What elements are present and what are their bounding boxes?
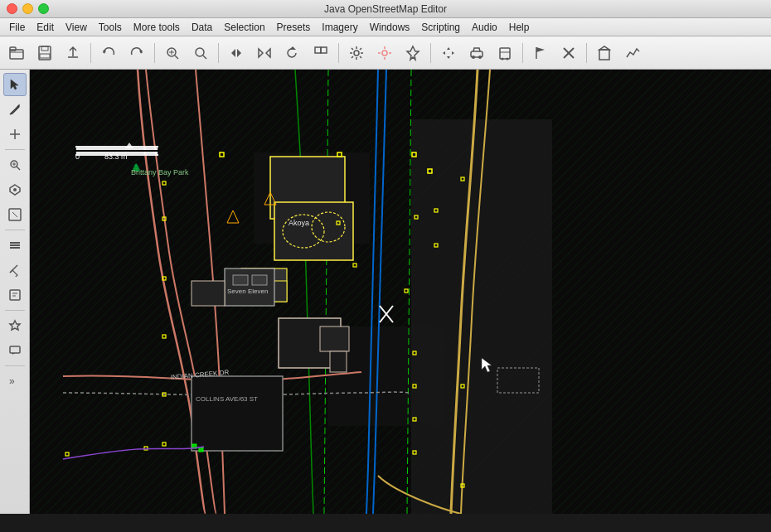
svg-rect-41	[10, 242, 20, 244]
redo-button[interactable]	[124, 41, 150, 65]
left-sep-2	[5, 230, 25, 230]
menu-tools[interactable]: Tools	[93, 20, 128, 35]
svg-point-11	[196, 48, 204, 56]
svg-marker-48	[10, 321, 20, 330]
svg-point-23	[502, 57, 504, 60]
svg-rect-70	[330, 351, 347, 372]
svg-point-38	[13, 188, 17, 191]
svg-rect-66	[233, 275, 248, 285]
zoom-fit-button[interactable]	[159, 41, 186, 65]
toolbar-sep-3	[218, 43, 219, 63]
svg-rect-28	[599, 50, 609, 60]
toolbar-sep-7	[586, 43, 587, 63]
ruler-button[interactable]	[3, 259, 27, 282]
tags-button[interactable]	[3, 283, 27, 307]
svg-line-34	[17, 167, 20, 170]
menu-file[interactable]: File	[3, 20, 31, 35]
menu-data[interactable]: Data	[186, 20, 218, 35]
upload-button[interactable]	[60, 41, 86, 65]
minimize-button[interactable]	[22, 3, 33, 14]
left-toolbar: »	[0, 70, 30, 514]
menu-help[interactable]: Help	[503, 20, 536, 35]
main-toolbar	[0, 36, 771, 70]
svg-point-17	[382, 51, 387, 56]
svg-rect-21	[500, 48, 510, 59]
more-tools-button[interactable]: »	[3, 370, 27, 393]
left-sep-1	[5, 149, 25, 150]
pin-button[interactable]	[400, 41, 426, 65]
map-svg: 🌲 Brittany Bay Park Akoya Seven Eleven I…	[30, 70, 771, 514]
settings-button[interactable]	[343, 41, 370, 65]
split-button[interactable]	[223, 41, 250, 65]
flag-button[interactable]	[527, 41, 554, 65]
svg-rect-69	[320, 326, 349, 351]
config-button[interactable]	[371, 41, 398, 65]
left-sep-3	[5, 310, 25, 311]
svg-text:Brittany Bay Park: Brittany Bay Park	[131, 168, 189, 177]
svg-text:Seven Eleven: Seven Eleven	[227, 288, 268, 295]
titlebar: Java OpenStreetMap Editor	[0, 0, 771, 18]
svg-point-20	[478, 56, 482, 59]
building-button[interactable]	[591, 41, 618, 65]
preset-button[interactable]	[3, 314, 27, 337]
svg-rect-67	[252, 275, 267, 285]
way-tool-button[interactable]	[3, 203, 27, 226]
svg-marker-13	[289, 46, 296, 50]
menu-windows[interactable]: Windows	[364, 20, 416, 35]
menu-view[interactable]: View	[60, 20, 93, 35]
undo-button[interactable]	[95, 41, 122, 65]
traffic-lights	[7, 3, 49, 14]
maximize-button[interactable]	[38, 3, 49, 14]
svg-rect-49	[10, 346, 20, 353]
menu-scripting[interactable]: Scripting	[415, 20, 466, 35]
svg-marker-29	[599, 46, 609, 50]
node-tool-button[interactable]	[3, 178, 27, 201]
menu-imagery[interactable]: Imagery	[316, 20, 363, 35]
svg-rect-14	[315, 47, 321, 53]
save-button[interactable]	[32, 41, 58, 65]
map-canvas[interactable]: 🌲 Brittany Bay Park Akoya Seven Eleven I…	[30, 70, 771, 514]
svg-rect-1	[10, 47, 16, 51]
pan-button[interactable]	[435, 41, 462, 65]
menu-audio[interactable]: Audio	[466, 20, 503, 35]
merge-button[interactable]	[308, 41, 334, 65]
svg-line-12	[203, 56, 206, 59]
svg-rect-4	[40, 54, 50, 58]
menu-more-tools[interactable]: More tools	[128, 20, 186, 35]
svg-text:Akoya: Akoya	[289, 219, 309, 227]
svg-point-19	[472, 56, 475, 59]
add-node-button[interactable]	[3, 123, 27, 146]
cross-button[interactable]	[555, 41, 582, 65]
menu-selection[interactable]: Selection	[218, 20, 270, 35]
svg-text:»: »	[9, 375, 15, 387]
svg-rect-62	[274, 202, 353, 260]
zoom-tool-button[interactable]	[3, 153, 27, 177]
refresh-button[interactable]	[279, 41, 306, 65]
left-sep-4	[5, 365, 25, 366]
toolbar-sep-1	[90, 43, 91, 63]
svg-line-8	[175, 56, 178, 59]
svg-point-24	[507, 57, 509, 60]
chart-button[interactable]	[619, 41, 646, 65]
message-button[interactable]	[3, 339, 27, 362]
draw-tool-button[interactable]	[3, 98, 27, 121]
open-button[interactable]	[3, 41, 30, 65]
svg-rect-72	[192, 376, 283, 451]
close-button[interactable]	[7, 3, 17, 14]
svg-rect-53	[30, 70, 771, 514]
select-tool-button[interactable]	[3, 73, 27, 96]
svg-text:COLLINS AVE/63 ST: COLLINS AVE/63 ST	[196, 395, 258, 403]
bus-button[interactable]	[492, 41, 518, 65]
toolbar-sep-5	[430, 43, 431, 63]
svg-text:83.3 m: 83.3 m	[104, 152, 128, 161]
toolbar-sep-2	[154, 43, 155, 63]
zoom-select-button[interactable]	[187, 41, 214, 65]
menu-presets[interactable]: Presets	[271, 20, 317, 35]
layers-button[interactable]	[3, 234, 27, 257]
combine-button[interactable]	[251, 41, 278, 65]
window-title: Java OpenStreetMap Editor	[324, 3, 447, 15]
svg-rect-45	[10, 290, 20, 300]
car-button[interactable]	[463, 41, 490, 65]
svg-text:0: 0	[75, 152, 80, 161]
menu-edit[interactable]: Edit	[31, 20, 60, 35]
